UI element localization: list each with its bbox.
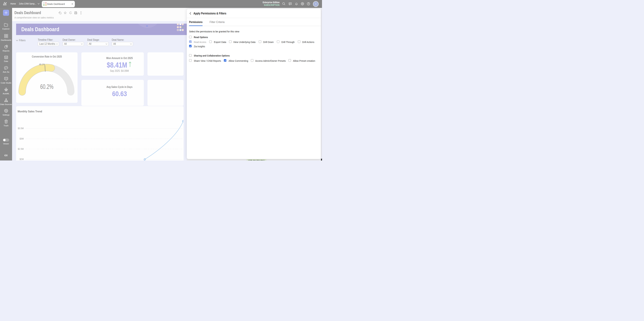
svg-text:48.1%: 48.1% [39,63,45,66]
svg-text:60.2%: 60.2% [40,83,54,90]
